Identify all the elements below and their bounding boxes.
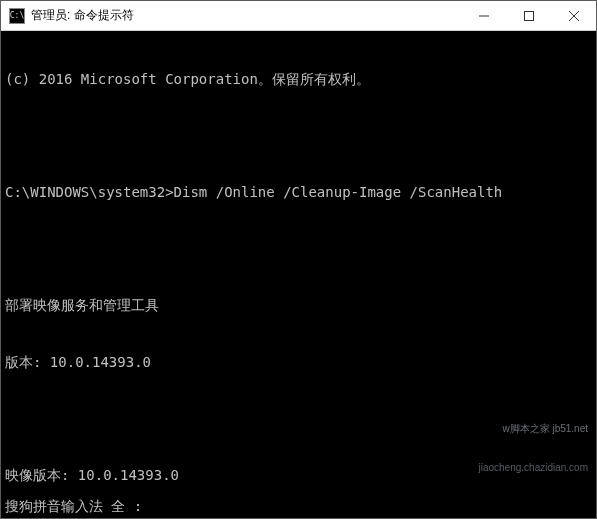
terminal-blank xyxy=(5,240,592,259)
close-icon xyxy=(569,11,579,21)
terminal-line: (c) 2016 Microsoft Corporation。保留所有权利。 xyxy=(5,70,592,89)
titlebar[interactable]: C:\ 管理员: 命令提示符 xyxy=(1,1,596,31)
terminal-area[interactable]: (c) 2016 Microsoft Corporation。保留所有权利。 C… xyxy=(1,31,596,518)
cmd-window: C:\ 管理员: 命令提示符 (c) 2016 Microsoft Corpor… xyxy=(0,0,597,519)
terminal-blank xyxy=(5,126,592,145)
maximize-button[interactable] xyxy=(506,1,551,30)
close-button[interactable] xyxy=(551,1,596,30)
app-icon-text: C:\ xyxy=(10,12,24,20)
terminal-line: 部署映像服务和管理工具 xyxy=(5,296,592,315)
window-title: 管理员: 命令提示符 xyxy=(31,7,461,24)
terminal-line: 映像版本: 10.0.14393.0 xyxy=(5,466,592,485)
maximize-icon xyxy=(524,11,534,21)
minimize-icon xyxy=(479,11,489,21)
terminal-line: C:\WINDOWS\system32>Dism /Online /Cleanu… xyxy=(5,183,592,202)
ime-status: 搜狗拼音输入法 全 : xyxy=(5,497,142,516)
window-controls xyxy=(461,1,596,30)
minimize-button[interactable] xyxy=(461,1,506,30)
app-icon: C:\ xyxy=(9,8,25,24)
svg-rect-1 xyxy=(524,11,533,20)
terminal-line: 版本: 10.0.14393.0 xyxy=(5,353,592,372)
terminal-blank xyxy=(5,410,592,429)
